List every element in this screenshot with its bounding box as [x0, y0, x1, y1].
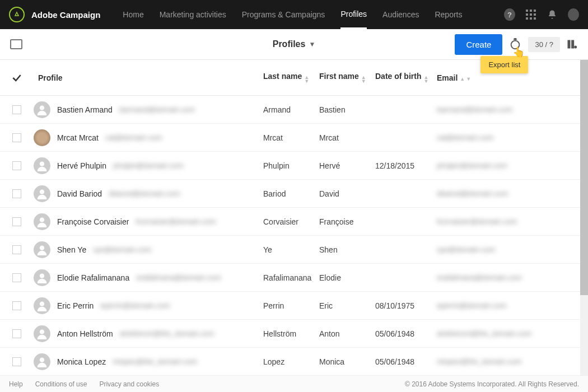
cell-email-blurred: mlopez@the_domain.com [437, 357, 577, 366]
export-list-button[interactable] [508, 37, 522, 52]
cell-email-blurred: dbariod@domain.com [437, 189, 577, 198]
sub-toolbar: Profiles ▼ Create 👆 Export list 30 / ? [0, 29, 588, 60]
col-header-email[interactable]: Email▲▼ [437, 73, 577, 82]
row-checkbox[interactable] [12, 245, 21, 254]
profile-name: Françoise Corvaisier [57, 217, 129, 226]
brand-label: Adobe Campaign [31, 10, 100, 20]
copyright: © 2016 Adobe Systems Incorporated. All R… [405, 380, 579, 388]
svg-point-3 [574, 46, 577, 49]
nav-item-programs-campaigns[interactable]: Programs & Campaigns [242, 0, 325, 29]
cell-lastname: Armand [263, 105, 319, 114]
table-row[interactable]: Eric Perrin eperrin@domain.comPerrinEric… [0, 292, 588, 320]
avatar [34, 157, 50, 174]
profile-name: Monica Lopez [57, 357, 106, 366]
cell-firstname: Françoise [319, 217, 375, 226]
panel-toggle-icon[interactable] [10, 39, 22, 49]
cell-dob: 12/18/2015 [375, 161, 437, 170]
row-checkbox[interactable] [12, 329, 21, 338]
cell-lastname: Phulpin [263, 161, 319, 170]
brand-block: Adobe Campaign [9, 7, 100, 22]
cell-lastname: Corvaisier [263, 217, 319, 226]
svg-point-9 [40, 273, 44, 278]
cell-firstname: David [319, 189, 375, 198]
bell-icon[interactable] [547, 9, 558, 20]
row-checkbox[interactable] [12, 273, 21, 282]
help-icon[interactable]: ? [504, 9, 515, 20]
profile-name: Anton Hellström [57, 329, 113, 338]
table-row[interactable]: Françoise Corvaisier fcorvaisier@domain.… [0, 208, 588, 236]
cell-firstname: Anton [319, 329, 375, 338]
footer-link-privacy-and-cookies[interactable]: Privacy and cookies [99, 380, 159, 388]
count-badge: 30 / ? [528, 37, 560, 52]
table-row[interactable]: Shen Ye sye@domain.comYeShensye@domain.c… [0, 236, 588, 264]
svg-point-4 [40, 105, 44, 110]
row-checkbox[interactable] [12, 189, 21, 198]
cell-lastname: Hellström [263, 329, 319, 338]
cell-email-blurred: sye@domain.com [437, 245, 577, 254]
row-checkbox[interactable] [12, 301, 21, 310]
svg-rect-1 [568, 40, 571, 49]
row-checkbox[interactable] [12, 217, 21, 226]
table-row[interactable]: Monica Lopez mlopez@the_domain.comLopezM… [0, 348, 588, 375]
col-header-profile[interactable]: Profile [34, 73, 263, 82]
col-header-dob[interactable]: Date of birth▲▼ [375, 72, 437, 83]
avatar [34, 213, 50, 230]
cell-dob: 05/06/1948 [375, 357, 437, 366]
profile-email-blurred: eperrin@domain.com [100, 301, 170, 310]
profile-email-blurred: sye@domain.com [93, 245, 151, 254]
svg-point-8 [40, 245, 44, 250]
profile-name: Bastien Armand [57, 105, 113, 114]
configure-list-icon[interactable] [566, 38, 578, 50]
table-row[interactable]: Bastien Armand barmand@domain.comArmandB… [0, 96, 588, 124]
app-logo-icon [9, 7, 25, 22]
avatar [34, 101, 50, 118]
table-row[interactable]: Hervé Phulpin phulpin@domain.comPhulpinH… [0, 152, 588, 180]
table-row[interactable]: Anton Hellström ahellstrom@the_domain.co… [0, 320, 588, 348]
nav-item-audiences[interactable]: Audiences [382, 0, 419, 29]
avatar [34, 297, 50, 314]
avatar [34, 325, 50, 342]
nav-item-marketing-activities[interactable]: Marketing activities [160, 0, 226, 29]
col-header-lastname[interactable]: Last name▲▼ [263, 72, 319, 83]
user-avatar-icon[interactable] [568, 9, 579, 20]
nav-item-reports[interactable]: Reports [435, 0, 462, 29]
cell-email-blurred: ahellstrom@the_domain.com [437, 329, 577, 338]
cell-lastname: Mrcat [263, 133, 319, 142]
row-checkbox[interactable] [12, 133, 21, 142]
profile-name: Shen Ye [57, 245, 86, 254]
nav-item-home[interactable]: Home [123, 0, 143, 29]
main-nav: HomeMarketing activitiesPrograms & Campa… [123, 0, 462, 29]
scrollbar-thumb[interactable] [580, 60, 588, 295]
cell-firstname: Monica [319, 357, 375, 366]
svg-point-11 [40, 329, 44, 334]
row-checkbox[interactable] [12, 161, 21, 170]
table-row[interactable]: Mrcat Mrcat cat@domain.comMrcatMrcatcat@… [0, 124, 588, 152]
apps-grid-icon[interactable] [525, 9, 536, 20]
vertical-scrollbar[interactable] [580, 60, 588, 375]
avatar [34, 353, 50, 370]
cell-dob: 05/06/1948 [375, 329, 437, 338]
profile-email-blurred: phulpin@domain.com [113, 161, 184, 170]
table-row[interactable]: Elodie Rafalimanana erafalimana@domain.c… [0, 264, 588, 292]
profile-email-blurred: dbariod@domain.com [109, 189, 180, 198]
table-row[interactable]: David Bariod dbariod@domain.comBariodDav… [0, 180, 588, 208]
cell-lastname: Rafalimanana [263, 273, 319, 282]
footer-link-help[interactable]: Help [9, 380, 23, 388]
avatar [34, 269, 50, 286]
select-all-header[interactable] [0, 72, 34, 83]
row-checkbox[interactable] [12, 357, 21, 366]
footer-link-conditions-of-use[interactable]: Conditions of use [35, 380, 87, 388]
svg-point-6 [40, 189, 44, 194]
create-button[interactable]: Create [455, 34, 502, 55]
cell-firstname: Hervé [319, 161, 375, 170]
cell-dob: 08/10/1975 [375, 301, 437, 310]
col-header-firstname[interactable]: First name▲▼ [319, 72, 375, 83]
avatar [34, 241, 50, 258]
profile-name: Mrcat Mrcat [57, 133, 99, 142]
nav-item-profiles[interactable]: Profiles [340, 0, 367, 29]
cell-firstname: Eric [319, 301, 375, 310]
cell-lastname: Lopez [263, 357, 319, 366]
page-title-dropdown[interactable]: Profiles ▼ [273, 39, 316, 49]
row-checkbox[interactable] [12, 105, 21, 114]
svg-point-7 [40, 217, 44, 222]
